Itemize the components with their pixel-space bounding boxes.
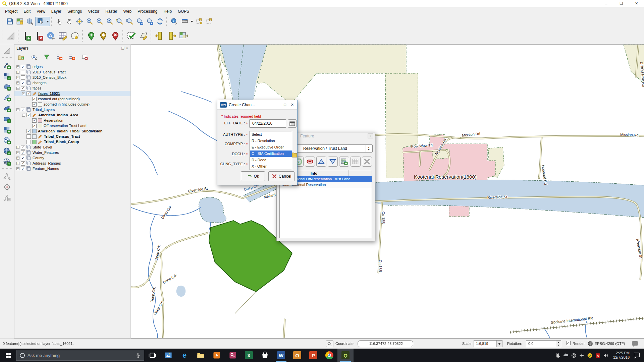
layer-item-reservation[interactable]: ✓Reservation (14, 118, 130, 123)
map-canvas[interactable]: Pow Wow TrlMission RdMission RdMission R… (131, 44, 644, 339)
expander-icon[interactable]: + (16, 65, 19, 68)
rotation-input[interactable]: 0.0 (526, 340, 556, 347)
create-dialog-titlebar[interactable]: GUPS Create Chan... — □ ✕ (217, 100, 297, 110)
add-group-icon[interactable] (17, 53, 25, 62)
save-project-icon[interactable] (5, 17, 14, 26)
chrome-taskbar-icon[interactable] (321, 349, 337, 362)
add-raster-layer-icon[interactable] (2, 125, 12, 135)
menu-web[interactable]: Web (120, 8, 135, 15)
expander-icon[interactable]: + (16, 151, 19, 154)
close-button[interactable]: ✕ (629, 0, 644, 7)
expand-all-icon[interactable] (55, 53, 64, 62)
menu-edit[interactable]: Edit (20, 8, 34, 15)
expander-icon[interactable]: + (16, 167, 19, 170)
close-feature-icon[interactable] (362, 157, 372, 167)
export-changes-icon[interactable] (166, 30, 177, 42)
layer-checkbox[interactable]: ✓ (32, 124, 37, 128)
antivirus-tray-icon[interactable] (587, 353, 593, 358)
layer-item-faces[interactable]: −✓faces (14, 85, 130, 91)
validate-tool-icon[interactable] (126, 30, 137, 42)
menu-gups[interactable]: GUPS (175, 8, 192, 15)
annotation-tool-icon[interactable] (2, 193, 12, 203)
layer-checkbox[interactable]: ✓ (32, 97, 37, 101)
zoom-last-icon[interactable] (135, 17, 145, 26)
dialog-close-icon[interactable]: ✕ (291, 103, 294, 107)
access-taskbar-icon[interactable] (225, 349, 241, 362)
expander-icon[interactable]: + (16, 157, 19, 160)
outlook-taskbar-icon[interactable]: O (289, 349, 305, 362)
manage-visibility-icon[interactable] (30, 53, 38, 62)
search-input[interactable]: Ask me anything (16, 350, 144, 361)
add-wcs-layer-icon[interactable] (2, 146, 12, 156)
layer-checkbox[interactable] (26, 140, 31, 144)
excel-taskbar-icon[interactable]: X (241, 349, 257, 362)
expander-icon[interactable]: − (16, 87, 19, 90)
layer-item-tribal-layers[interactable]: −✓Tribal_Layers (14, 107, 130, 112)
clock[interactable]: 2:25 PM 12/7/2016 (613, 351, 630, 360)
expander-icon[interactable]: + (16, 146, 19, 149)
layer-checkbox[interactable]: ✓ (26, 113, 31, 117)
photos-app-taskbar-icon[interactable] (160, 349, 176, 362)
expander-icon[interactable]: − (22, 114, 25, 117)
calendar-icon[interactable] (288, 119, 297, 128)
zoom-full-extent-icon[interactable] (105, 17, 114, 26)
layer-item-water-features[interactable]: +✓Water_Features (14, 150, 130, 155)
zoom-next-icon[interactable] (145, 17, 155, 26)
add-oracle-layer-icon[interactable] (2, 114, 12, 124)
layer-item-address-ranges[interactable]: +✓Address_Ranges (14, 161, 130, 166)
authtype-option-x[interactable]: X - Other (250, 163, 292, 170)
expander-icon[interactable]: + (16, 81, 19, 84)
layer-checkbox[interactable] (21, 75, 25, 80)
edit-shape-icon[interactable] (138, 30, 149, 42)
panel-close-icon[interactable]: ✕ (126, 47, 128, 50)
menu-vector[interactable]: Vector (85, 8, 102, 15)
authtype-option-d[interactable]: D - Deed (250, 157, 292, 163)
area-tool-icon[interactable] (69, 30, 81, 42)
layer-item-changes[interactable]: +✓changes (14, 80, 130, 85)
new-bookmark-icon[interactable] (195, 17, 204, 26)
map-composer-icon[interactable] (15, 17, 24, 26)
layer-checkbox[interactable]: ✓ (21, 167, 25, 171)
layer-checkbox[interactable]: ✓ (21, 81, 25, 85)
scale-combo[interactable]: 1:6,819 (474, 340, 502, 347)
add-to-map-icon[interactable] (339, 157, 349, 167)
layer-checkbox[interactable]: ✓ (21, 156, 25, 160)
layer-checkbox[interactable]: ✓ (21, 161, 25, 166)
menu-layer[interactable]: Layer (48, 8, 64, 15)
target-tool-icon[interactable] (2, 182, 12, 192)
menu-raster[interactable]: Raster (102, 8, 120, 15)
layer-checkbox[interactable]: ✓ (21, 108, 25, 112)
expander-icon[interactable]: + (16, 162, 19, 165)
zoom-to-selection-icon[interactable] (115, 17, 124, 26)
layer-checkbox[interactable]: ✓ (21, 65, 25, 69)
touch-zoom-icon[interactable] (55, 17, 64, 26)
volume-tray-icon[interactable] (603, 353, 609, 358)
add-mssql-layer-icon[interactable] (2, 103, 12, 113)
expander-icon[interactable]: + (16, 76, 19, 79)
scale-ruler-icon[interactable] (2, 46, 12, 56)
zoom-out-icon[interactable] (95, 17, 104, 26)
authtype-option-select[interactable]: Select (250, 131, 292, 138)
add-wfs-layer-icon[interactable] (2, 157, 12, 167)
layer-checkbox[interactable] (26, 134, 31, 139)
edge-browser-taskbar-icon[interactable]: e (176, 349, 193, 362)
layer-checkbox[interactable]: ✓ (26, 92, 31, 96)
add-record-icon[interactable] (21, 30, 33, 42)
action-center-icon[interactable] (634, 353, 641, 358)
show-bookmarks-icon[interactable] (205, 17, 214, 26)
microphone-icon[interactable] (135, 352, 141, 358)
task-view-taskbar-icon[interactable] (144, 349, 160, 362)
layer-item-tribal-block-group[interactable]: Tribal_Block_Group (14, 139, 130, 144)
layer-checkbox[interactable]: ✓ (21, 150, 25, 155)
add-spatialite-layer-icon[interactable] (2, 93, 12, 103)
cancel-button[interactable]: Cancel (268, 171, 294, 181)
measure-icon[interactable] (179, 17, 194, 26)
pan-to-selection-icon[interactable] (75, 17, 84, 26)
layer-item-faces-16021[interactable]: −✓faces_16021 (14, 91, 130, 96)
menu-processing[interactable]: Processing (135, 8, 160, 15)
select-features-icon[interactable] (35, 17, 50, 26)
scale-dropdown-icon[interactable] (496, 341, 502, 347)
zoom-to-layer-icon[interactable] (125, 17, 135, 26)
start-button[interactable] (0, 349, 16, 362)
layer-item-edges[interactable]: +✓edges (14, 64, 130, 69)
